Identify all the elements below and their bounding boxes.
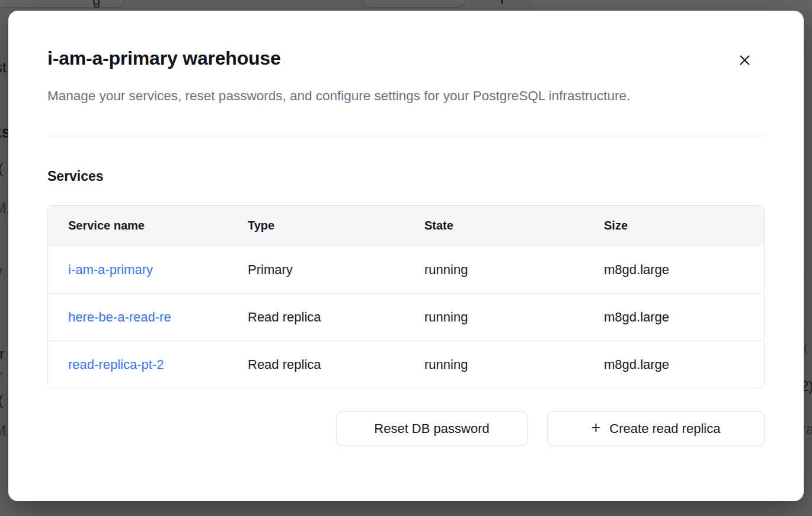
close-button[interactable]	[736, 52, 753, 70]
dialog-footer: Reset DB password + Create read replica	[47, 411, 765, 446]
reset-db-password-label: Reset DB password	[374, 421, 489, 437]
reset-db-password-button[interactable]: Reset DB password	[336, 411, 528, 446]
close-icon	[739, 54, 751, 68]
service-name-cell: read-replica-pt-2	[68, 357, 213, 372]
service-link[interactable]: read-replica-pt-2	[68, 357, 164, 372]
service-size-cell: m8gd.large	[604, 262, 764, 278]
services-table: Service name Type State Size i-am-a-prim…	[47, 205, 765, 388]
column-header-state: State	[424, 219, 604, 232]
service-name-cell: here-be-a-read-re	[68, 310, 213, 325]
dialog-description: Manage your services, reset passwords, a…	[47, 83, 640, 109]
create-read-replica-label: Create read replica	[609, 421, 720, 437]
column-header-service-name: Service name	[68, 219, 248, 232]
service-type-cell: Read replica	[248, 310, 424, 325]
column-header-type: Type	[248, 219, 424, 232]
service-size-cell: m8gd.large	[604, 357, 764, 372]
dialog-title: i-am-a-primary warehouse	[47, 11, 765, 70]
column-header-size: Size	[604, 219, 764, 232]
service-state-cell: running	[424, 357, 604, 372]
service-link[interactable]: here-be-a-read-re	[68, 310, 171, 324]
service-type-cell: Primary	[248, 262, 424, 278]
table-row: here-be-a-read-re Read replica running m…	[48, 293, 764, 340]
create-read-replica-button[interactable]: + Create read replica	[547, 411, 765, 446]
warehouse-dialog: i-am-a-primary warehouse Manage your ser…	[8, 11, 804, 501]
service-state-cell: running	[424, 262, 604, 278]
service-type-cell: Read replica	[248, 357, 424, 372]
service-link[interactable]: i-am-a-primary	[68, 262, 153, 277]
services-heading: Services	[47, 167, 765, 185]
section-divider	[47, 136, 765, 136]
plus-icon: +	[592, 420, 601, 436]
service-size-cell: m8gd.large	[604, 310, 764, 325]
table-header-row: Service name Type State Size	[48, 206, 764, 246]
table-row: read-replica-pt-2 Read replica running m…	[48, 340, 764, 388]
table-row: i-am-a-primary Primary running m8gd.larg…	[48, 246, 764, 293]
service-state-cell: running	[424, 310, 604, 325]
service-name-cell: i-am-a-primary	[68, 262, 213, 278]
